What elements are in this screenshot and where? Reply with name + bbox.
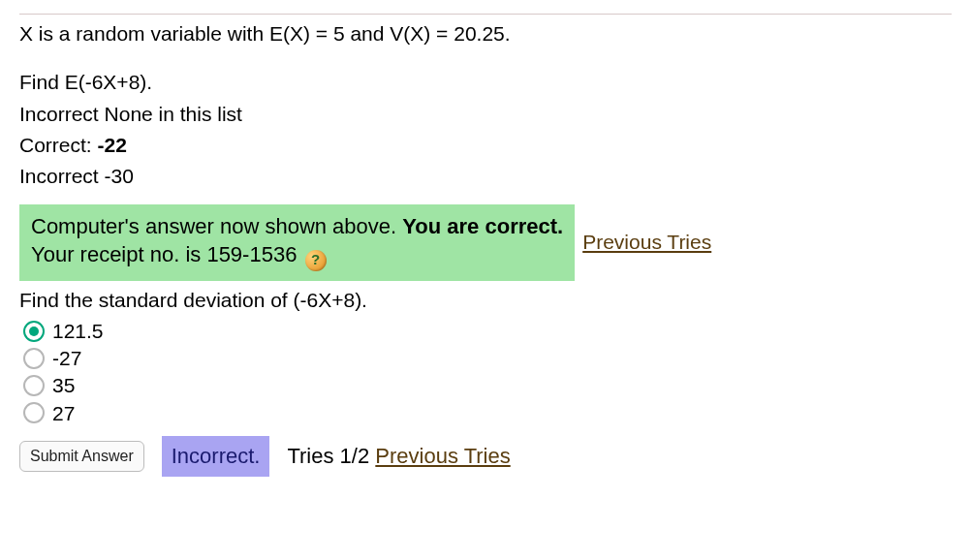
feedback-value: -30 (105, 165, 134, 187)
option-row[interactable]: 27 (23, 400, 952, 426)
option-label: -27 (52, 345, 81, 371)
feedback-correct-text: You are correct. (402, 214, 563, 238)
feedback-text: Computer's answer now shown above. (31, 214, 402, 238)
radio-icon[interactable] (23, 348, 45, 369)
option-row[interactable]: 121.5 (23, 318, 952, 344)
feedback-prefix: Correct: (19, 134, 98, 156)
receipt-text: Your receipt no. is 159-1536 (31, 242, 297, 266)
option-label: 35 (52, 372, 75, 398)
premise-text: X is a random variable with E(X) = 5 and… (19, 20, 952, 47)
radio-icon[interactable] (23, 321, 45, 342)
option-row[interactable]: 35 (23, 372, 952, 398)
part1-prompt: Find E(-6X+8). (19, 69, 952, 96)
previous-tries-link[interactable]: Previous Tries (582, 229, 711, 256)
part1-feedback-line: Incorrect -30 (19, 163, 952, 190)
option-label: 27 (52, 400, 75, 426)
part2-options: 121.5 -27 35 27 (23, 318, 952, 426)
tries-text: Tries 1/2 Previous Tries (287, 442, 510, 471)
option-row[interactable]: -27 (23, 345, 952, 371)
previous-tries-link[interactable]: Previous Tries (375, 444, 510, 468)
part1-feedback-line: Correct: -22 (19, 132, 952, 159)
radio-icon[interactable] (23, 375, 45, 396)
feedback-value: None in this list (105, 103, 242, 125)
part2-prompt: Find the standard deviation of (-6X+8). (19, 287, 952, 314)
correct-feedback-box: Computer's answer now shown above. You a… (19, 204, 575, 281)
feedback-value: -22 (98, 134, 127, 156)
tries-count: Tries 1/2 (287, 444, 369, 468)
top-rule (19, 14, 952, 15)
option-label: 121.5 (52, 318, 104, 344)
submit-answer-button[interactable]: Submit Answer (19, 441, 144, 472)
help-icon[interactable]: ? (305, 250, 327, 271)
feedback-prefix: Incorrect (19, 103, 105, 125)
status-badge: Incorrect. (162, 436, 270, 477)
part1-feedback-line: Incorrect None in this list (19, 101, 952, 128)
radio-icon[interactable] (23, 402, 45, 423)
feedback-prefix: Incorrect (19, 165, 105, 187)
